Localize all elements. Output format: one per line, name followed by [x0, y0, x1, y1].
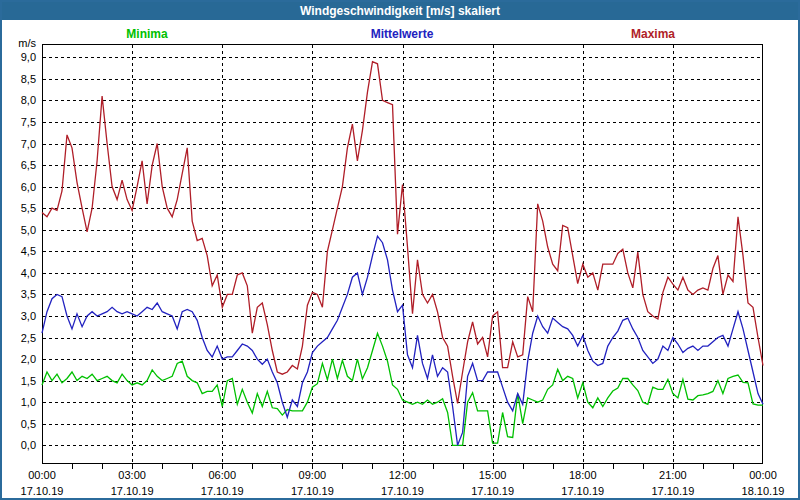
x-tick-date-label: 17.10.19: [548, 485, 618, 498]
x-tick-time-label: 03:00: [97, 469, 167, 482]
x-tick-time-label: 09:00: [277, 469, 347, 482]
series-line-mittelwerte: [42, 236, 763, 445]
y-tick-label: 1,0: [2, 396, 36, 409]
y-tick-label: 7,5: [2, 116, 36, 129]
x-tick-date-label: 17.10.19: [368, 485, 438, 498]
x-tick-time-label: 00:00: [728, 469, 798, 482]
x-tick-time-label: 18:00: [548, 469, 618, 482]
title-bar: Windgeschwindigkeit [m/s] skaliert: [2, 2, 798, 20]
y-tick-label: 1,5: [2, 375, 36, 388]
x-tick-time-label: 12:00: [368, 469, 438, 482]
y-tick-label: 9,0: [2, 51, 36, 64]
wind-speed-chart: [42, 44, 763, 472]
series-line-minima: [42, 333, 763, 445]
y-axis-unit-label: m/s: [2, 37, 36, 49]
x-tick-time-label: 06:00: [187, 469, 257, 482]
y-tick-label: 6,0: [2, 181, 36, 194]
y-tick-label: 7,0: [2, 138, 36, 151]
y-tick-label: 3,0: [2, 310, 36, 323]
legend-maxima: Maxima: [631, 27, 675, 41]
y-tick-label: 5,5: [2, 202, 36, 215]
x-tick-date-label: 17.10.19: [187, 485, 257, 498]
legend-minima: Minima: [126, 27, 167, 41]
series-line-maxima: [42, 62, 763, 404]
x-tick-date-label: 17.10.19: [7, 485, 77, 498]
y-tick-label: 2,0: [2, 353, 36, 366]
y-tick-label: 4,0: [2, 267, 36, 280]
x-tick-date-label: 17.10.19: [97, 485, 167, 498]
x-tick-date-label: 17.10.19: [638, 485, 708, 498]
y-tick-label: 8,5: [2, 73, 36, 86]
legend-mittelwerte: Mittelwerte: [371, 27, 434, 41]
x-tick-date-label: 18.10.19: [728, 485, 798, 498]
app-window: Windgeschwindigkeit [m/s] skaliert Minim…: [0, 0, 800, 500]
window-title: Windgeschwindigkeit [m/s] skaliert: [300, 4, 500, 18]
x-tick-date-label: 17.10.19: [458, 485, 528, 498]
x-tick-time-label: 21:00: [638, 469, 708, 482]
y-tick-label: 8,0: [2, 94, 36, 107]
y-tick-label: 6,5: [2, 159, 36, 172]
y-tick-label: 3,5: [2, 288, 36, 301]
x-tick-time-label: 15:00: [458, 469, 528, 482]
y-tick-label: 4,5: [2, 245, 36, 258]
x-tick-date-label: 17.10.19: [277, 485, 347, 498]
y-tick-label: 2,5: [2, 332, 36, 345]
y-tick-label: 0,0: [2, 439, 36, 452]
x-tick-time-label: 00:00: [7, 469, 77, 482]
y-tick-label: 0,5: [2, 418, 36, 431]
y-tick-label: 5,0: [2, 224, 36, 237]
